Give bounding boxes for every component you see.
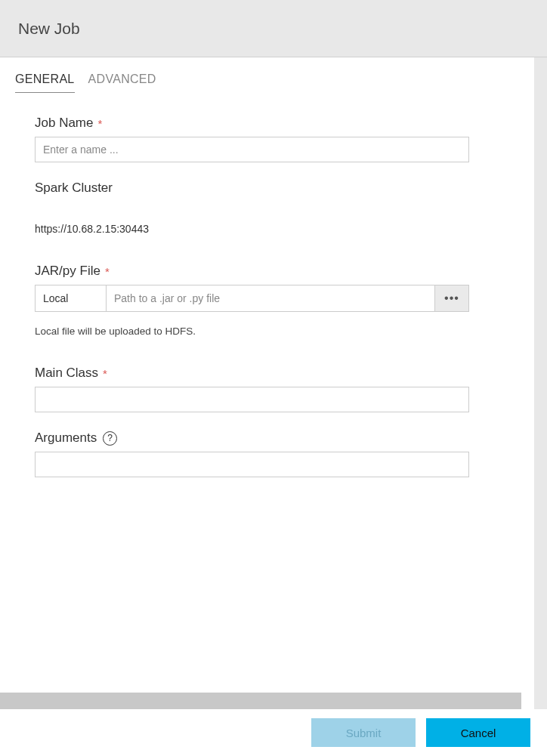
jar-file-source-select[interactable]: Local: [35, 285, 107, 312]
field-spark-cluster: Spark Cluster https://10.68.2.15:30443: [35, 181, 499, 235]
required-marker: *: [103, 367, 107, 380]
cancel-button[interactable]: Cancel: [426, 718, 530, 747]
label-job-name: Job Name *: [35, 116, 499, 131]
jar-file-hint: Local file will be uploaded to HDFS.: [35, 326, 499, 337]
dialog-header: New Job: [0, 0, 547, 57]
label-arguments: Arguments ?: [35, 430, 499, 446]
field-arguments: Arguments ?: [35, 430, 499, 477]
jar-file-path-input[interactable]: [107, 285, 435, 312]
main-class-input[interactable]: [35, 387, 469, 412]
footer-buttons: Submit Cancel: [0, 709, 547, 756]
jar-file-source-value: Local: [43, 292, 68, 304]
label-jar-file: JAR/py File *: [35, 264, 499, 279]
main-panel: GENERAL ADVANCED Job Name * Spark Cluste…: [0, 57, 534, 756]
footer: Submit Cancel: [0, 693, 547, 756]
arguments-input[interactable]: [35, 452, 469, 477]
content-area: GENERAL ADVANCED Job Name * Spark Cluste…: [0, 57, 547, 756]
submit-button[interactable]: Submit: [311, 718, 416, 747]
label-main-class: Main Class *: [35, 366, 499, 381]
tab-general[interactable]: GENERAL: [15, 73, 75, 93]
dialog-title: New Job: [18, 20, 80, 38]
label-spark-cluster-text: Spark Cluster: [35, 181, 113, 196]
required-marker: *: [105, 265, 110, 278]
label-spark-cluster: Spark Cluster: [35, 181, 499, 196]
help-icon[interactable]: ?: [103, 431, 117, 446]
jar-file-row: Local •••: [35, 285, 469, 312]
vertical-scrollbar[interactable]: [534, 57, 547, 755]
tab-bar: GENERAL ADVANCED: [0, 57, 534, 93]
jar-file-browse-button[interactable]: •••: [435, 285, 469, 312]
spark-cluster-value: https://10.68.2.15:30443: [35, 223, 499, 235]
required-marker: *: [97, 117, 102, 130]
form-body: Job Name * Spark Cluster https://10.68.2…: [0, 93, 534, 756]
label-job-name-text: Job Name: [35, 116, 93, 131]
job-name-input[interactable]: [35, 137, 469, 162]
label-main-class-text: Main Class: [35, 366, 98, 381]
tab-advanced[interactable]: ADVANCED: [88, 73, 156, 93]
field-jar-file: JAR/py File * Local ••• Local file will …: [35, 264, 499, 337]
field-main-class: Main Class *: [35, 366, 499, 412]
field-job-name: Job Name *: [35, 116, 499, 162]
footer-separator: [0, 693, 521, 709]
label-jar-file-text: JAR/py File: [35, 264, 100, 279]
ellipsis-icon: •••: [444, 292, 459, 305]
label-arguments-text: Arguments: [35, 430, 97, 446]
